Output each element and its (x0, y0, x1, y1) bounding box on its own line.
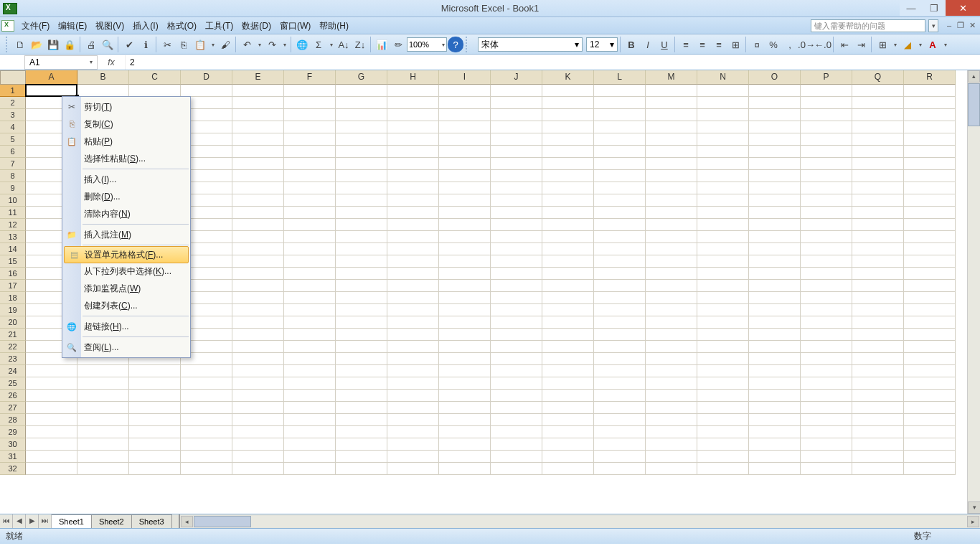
cell[interactable] (542, 255, 594, 268)
cell[interactable] (852, 414, 904, 426)
cell[interactable] (284, 146, 336, 158)
doc-minimize-button[interactable]: – (944, 21, 954, 31)
cell[interactable] (129, 85, 181, 97)
menu-insert[interactable]: 插入(I) (128, 18, 162, 34)
cell[interactable] (697, 353, 749, 365)
cell[interactable] (697, 329, 749, 341)
row-header-7[interactable]: 7 (0, 158, 26, 170)
window-close-button[interactable]: ✕ (946, 0, 980, 16)
cell[interactable] (749, 243, 801, 255)
column-header-B[interactable]: B (77, 70, 129, 85)
cell[interactable] (491, 292, 542, 304)
cell[interactable] (336, 243, 387, 255)
cell[interactable] (439, 158, 491, 170)
cell[interactable] (232, 255, 284, 268)
cell[interactable] (491, 414, 542, 426)
cell[interactable] (749, 170, 801, 182)
cell[interactable] (697, 109, 749, 121)
cell[interactable] (801, 194, 852, 207)
cell[interactable] (439, 231, 491, 243)
formula-input[interactable]: 2 (125, 55, 980, 70)
row-header-18[interactable]: 18 (0, 292, 26, 304)
column-header-E[interactable]: E (232, 70, 284, 85)
menu-edit[interactable]: 编辑(E) (54, 18, 91, 34)
cell[interactable] (129, 438, 181, 451)
cell[interactable] (749, 97, 801, 109)
cell[interactable] (232, 121, 284, 133)
cell[interactable] (284, 451, 336, 463)
cell[interactable] (904, 268, 956, 280)
cell[interactable] (749, 85, 801, 97)
cell[interactable] (336, 304, 387, 316)
drawing-button[interactable]: ✏ (390, 37, 406, 52)
cell[interactable] (542, 170, 594, 182)
fill-color-button[interactable]: ◢ (900, 37, 915, 52)
name-box[interactable]: A1 ▾ (24, 55, 98, 70)
cell[interactable] (749, 377, 801, 390)
row-header-12[interactable]: 12 (0, 219, 26, 231)
cell[interactable] (697, 292, 749, 304)
row-header-28[interactable]: 28 (0, 414, 26, 426)
cell[interactable] (181, 463, 232, 475)
row-header-19[interactable]: 19 (0, 304, 26, 316)
cell[interactable] (594, 231, 646, 243)
increase-indent-button[interactable]: ⇥ (853, 37, 869, 52)
column-header-C[interactable]: C (129, 70, 181, 85)
cell[interactable] (697, 121, 749, 133)
cell[interactable] (129, 414, 181, 426)
cell[interactable] (336, 353, 387, 365)
cell[interactable] (749, 402, 801, 414)
cell[interactable] (646, 316, 697, 329)
cell[interactable] (336, 402, 387, 414)
cell[interactable] (336, 365, 387, 377)
row-header-1[interactable]: 1 (0, 85, 26, 97)
row-header-20[interactable]: 20 (0, 316, 26, 329)
cell[interactable] (749, 353, 801, 365)
cell[interactable] (129, 426, 181, 438)
cell[interactable] (904, 170, 956, 182)
cell[interactable] (336, 377, 387, 390)
cell[interactable] (387, 109, 439, 121)
cell[interactable] (284, 207, 336, 219)
row-header-26[interactable]: 26 (0, 390, 26, 402)
cell[interactable] (336, 121, 387, 133)
cell[interactable] (491, 304, 542, 316)
cell[interactable] (594, 170, 646, 182)
cell[interactable] (439, 377, 491, 390)
cell[interactable] (594, 207, 646, 219)
cell[interactable] (697, 426, 749, 438)
cell[interactable] (594, 97, 646, 109)
cell[interactable] (801, 158, 852, 170)
merge-center-button[interactable]: ⊞ (727, 37, 743, 52)
cell[interactable] (491, 438, 542, 451)
cell[interactable] (852, 121, 904, 133)
row-header-16[interactable]: 16 (0, 268, 26, 280)
row-header-2[interactable]: 2 (0, 97, 26, 109)
row-header-13[interactable]: 13 (0, 231, 26, 243)
cell[interactable] (232, 280, 284, 292)
cell[interactable] (77, 426, 129, 438)
cell[interactable] (542, 438, 594, 451)
cell[interactable] (336, 231, 387, 243)
cell[interactable] (542, 402, 594, 414)
cell[interactable] (801, 329, 852, 341)
fx-label[interactable]: fx (98, 57, 125, 67)
context-menu-item[interactable]: 从下拉列表中选择(K)... (62, 263, 190, 280)
cell[interactable] (801, 341, 852, 353)
underline-button[interactable]: U (656, 37, 672, 52)
row-header-15[interactable]: 15 (0, 255, 26, 268)
cell[interactable] (284, 292, 336, 304)
redo-dropdown[interactable]: ▾ (281, 42, 288, 48)
cell[interactable] (232, 109, 284, 121)
cell[interactable] (697, 304, 749, 316)
cell[interactable] (232, 146, 284, 158)
cell[interactable] (904, 255, 956, 268)
cell[interactable] (697, 133, 749, 146)
sheet-nav-next[interactable]: ▶ (26, 514, 39, 528)
cell[interactable] (852, 365, 904, 377)
chart-wizard-button[interactable]: 📊 (374, 37, 390, 52)
cell[interactable] (232, 377, 284, 390)
cell[interactable] (852, 316, 904, 329)
row-header-23[interactable]: 23 (0, 353, 26, 365)
cell[interactable] (387, 329, 439, 341)
